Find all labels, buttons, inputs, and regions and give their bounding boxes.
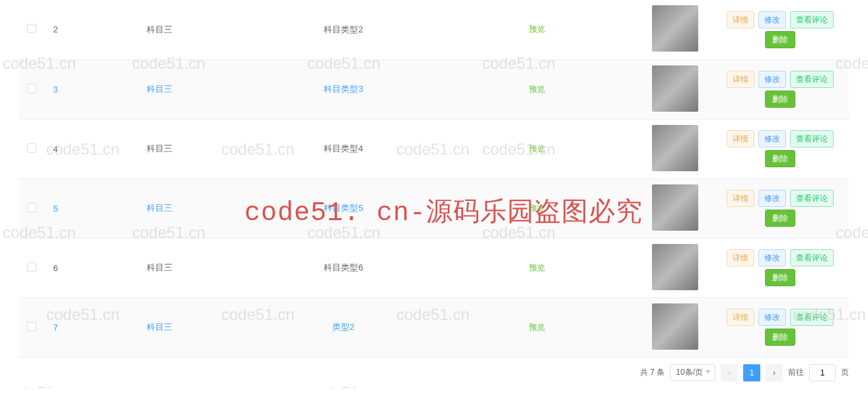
table-row: 5科目三科目类型5预览详情修改查看评论删除 [19,178,849,238]
row-thumbnail[interactable] [652,244,698,290]
table-row: 2科目三科目类型2预览详情修改查看评论删除 [19,0,849,59]
row-name: 科目三 [67,0,252,59]
row-checkbox[interactable] [27,322,36,331]
row-type: 科目类型2 [252,0,435,59]
row-thumbnail[interactable] [652,65,698,112]
row-type: 科目类型6 [252,238,435,297]
edit-button[interactable]: 修改 [758,190,786,207]
comments-button[interactable]: 查看评论 [790,309,834,326]
delete-button[interactable]: 删除 [765,91,795,108]
row-index: 5 [44,178,67,238]
detail-button[interactable]: 详情 [727,309,754,326]
table-row: 7科目三类型2预览详情修改查看评论删除 [19,297,849,357]
comments-button[interactable]: 查看评论 [790,249,834,266]
preview-link[interactable]: 预览 [529,24,545,34]
goto-label: 前往 [788,367,804,378]
table-row: 4科目三科目类型4预览详情修改查看评论删除 [19,119,849,178]
row-name: 科目三 [67,59,252,119]
row-type: 类型2 [252,297,435,357]
preview-link[interactable]: 预览 [529,323,545,332]
row-thumbnail[interactable] [652,303,698,350]
page-size-select[interactable]: 10条/页 [670,364,715,381]
preview-link[interactable]: 预览 [529,144,545,153]
goto-page-input[interactable] [809,364,836,381]
data-table: 2科目三科目类型2预览详情修改查看评论删除3科目三科目类型3预览详情修改查看评论… [19,0,849,358]
prev-page-button[interactable]: ‹ [721,364,738,381]
page-number-button[interactable]: 1 [743,364,760,381]
comments-button[interactable]: 查看评论 [790,130,834,147]
edit-button[interactable]: 修改 [758,309,786,326]
row-type: 科目类型3 [252,59,435,119]
row-checkbox[interactable] [27,203,36,212]
detail-button[interactable]: 详情 [727,130,754,147]
detail-button[interactable]: 详情 [727,71,754,88]
table-row: 3科目三科目类型3预览详情修改查看评论删除 [19,59,849,119]
pagination-total: 共 7 条 [640,367,665,378]
row-name: 科目三 [67,238,252,297]
row-type: 科目类型4 [252,119,435,178]
row-index: 6 [44,238,67,297]
comments-button[interactable]: 查看评论 [790,71,834,88]
row-name: 科目三 [67,297,252,357]
edit-button[interactable]: 修改 [758,249,786,266]
row-thumbnail[interactable] [652,125,698,171]
row-checkbox[interactable] [27,24,36,33]
row-type: 科目类型5 [252,178,435,238]
next-page-button[interactable]: › [766,364,783,381]
edit-button[interactable]: 修改 [758,130,786,147]
row-thumbnail[interactable] [652,184,698,231]
preview-link[interactable]: 预览 [529,263,545,272]
row-checkbox[interactable] [27,143,36,153]
row-checkbox[interactable] [27,262,36,272]
delete-button[interactable]: 删除 [765,31,795,48]
row-checkbox[interactable] [27,84,36,93]
detail-button[interactable]: 详情 [727,11,754,28]
row-index: 4 [44,119,67,178]
delete-button[interactable]: 删除 [765,269,795,286]
row-name: 科目三 [67,119,252,178]
delete-button[interactable]: 删除 [765,210,795,227]
chevron-right-icon: › [773,368,776,377]
row-index: 7 [44,297,67,357]
edit-button[interactable]: 修改 [758,71,786,88]
row-index: 3 [44,59,67,119]
table-row: 6科目三科目类型6预览详情修改查看评论删除 [19,238,849,297]
row-name: 科目三 [67,178,252,238]
row-thumbnail[interactable] [652,5,698,52]
goto-suffix: 页 [841,367,849,378]
comments-button[interactable]: 查看评论 [790,11,834,28]
detail-button[interactable]: 详情 [727,249,754,266]
row-index: 2 [44,0,67,59]
delete-button[interactable]: 删除 [765,150,795,167]
comments-button[interactable]: 查看评论 [790,190,834,207]
chevron-left-icon: ‹ [728,368,731,377]
detail-button[interactable]: 详情 [727,190,754,207]
delete-button[interactable]: 删除 [765,329,795,346]
edit-button[interactable]: 修改 [758,11,786,28]
preview-link[interactable]: 预览 [529,85,545,94]
preview-link[interactable]: 预览 [529,204,545,213]
pagination-bar: 共 7 条 10条/页 ‹ 1 › 前往 页 [0,358,868,388]
